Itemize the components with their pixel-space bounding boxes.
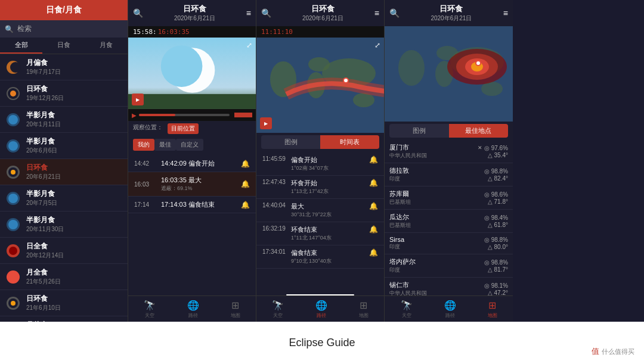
menu-icon[interactable]: ≡: [246, 8, 251, 18]
list-item[interactable]: 月偏食 19年7月17日: [0, 54, 128, 80]
coverage-icon: ✕: [478, 145, 482, 151]
nav-globe[interactable]: 🌐 路径: [315, 300, 327, 319]
search-icon[interactable]: 🔍: [389, 8, 400, 18]
eclipse-image: [128, 38, 256, 109]
alarm-icon[interactable]: 🔔: [369, 155, 378, 164]
city-name: 德拉敦: [389, 166, 484, 175]
play-button[interactable]: ▶: [132, 94, 144, 105]
nav-telescope[interactable]: 🔭 天空: [272, 300, 284, 319]
fullscreen-button-s3[interactable]: ⤢: [374, 41, 380, 49]
coverage-value: ◎ 98.8%: [484, 168, 508, 175]
alarm-icon[interactable]: 🔔: [241, 180, 250, 188]
nav-globe[interactable]: 🌐 路径: [444, 300, 456, 319]
alarm-icon[interactable]: 🔔: [241, 201, 250, 209]
tab-best[interactable]: 最佳: [154, 139, 176, 151]
eclipse-type-icon: [5, 111, 21, 128]
angle-value: △ 61.8°: [488, 222, 508, 228]
menu-icon[interactable]: ≡: [503, 8, 508, 18]
event-time: 11:45:59: [262, 155, 291, 162]
city-country: 巴基斯坦: [389, 198, 484, 206]
nav-grid[interactable]: ⊞ 地图: [488, 300, 497, 319]
city-name: Sirsa: [389, 236, 484, 243]
nav-label: 地图: [359, 312, 369, 319]
city-name: 苏库爾: [389, 189, 484, 198]
best-entry: Sirsa 印度 ◎ 98.8% △ 80.0°: [385, 233, 513, 254]
nav-telescope[interactable]: 🔭 天空: [401, 300, 413, 319]
search-placeholder: 检索: [17, 24, 32, 34]
alarm-icon[interactable]: 🔔: [241, 160, 250, 168]
best-city: Sirsa 印度: [389, 236, 484, 251]
path-icon: 🌐: [187, 300, 199, 311]
screen1-search[interactable]: 🔍 检索: [0, 20, 128, 38]
main-container: 日食/月食 🔍 检索 全部 日食 月食: [0, 0, 644, 364]
tab-legend-s4[interactable]: 图例: [389, 124, 449, 138]
eclipse-date: 20年7月5日: [26, 199, 57, 207]
screen4-date: 2020年6月21日: [403, 14, 500, 23]
city-country: 中华人民共和国: [389, 152, 478, 160]
menu-icon[interactable]: ≡: [374, 8, 379, 18]
best-entry: 厦门市 中华人民共和国 ✕ ◎ 97.6% △ 35.4°: [385, 140, 513, 163]
screen4-title: 日环食: [403, 4, 500, 14]
alarm-icon[interactable]: 🔔: [369, 202, 378, 210]
event-entry: 14:40:04 最大 30°31北 79°22东 🔔: [256, 199, 384, 222]
list-item[interactable]: 半影月食 20年1月11日: [0, 107, 128, 133]
event-entry: 17:34:01 偏食结束 9°10北 130°40东 🔔: [256, 245, 384, 269]
event-info: 偏食结束 9°10北 130°40东: [291, 248, 369, 265]
best-city: 塔内萨尔 印度: [389, 257, 484, 274]
list-item[interactable]: 日环食 20年6月21日: [0, 159, 128, 185]
event-info: 环食结束 1°11北 147°04东: [291, 225, 369, 242]
list-item[interactable]: 日全食 20年12月14日: [0, 238, 128, 264]
list-item[interactable]: 日环食 19年12月26日: [0, 80, 128, 107]
nav-label: 天空: [273, 312, 283, 319]
list-item[interactable]: 半影月食 20年11月30日: [0, 211, 128, 238]
fullscreen-button[interactable]: ⤢: [246, 41, 252, 49]
alarm-icon[interactable]: 🔔: [369, 248, 378, 257]
play-button-s3[interactable]: ▶: [260, 117, 272, 129]
eclipse-name: 月全食: [26, 267, 61, 278]
list-item[interactable]: 月全食 21年5月26日: [0, 264, 128, 290]
event-info: 偏食开始 1°02南 34°07东: [291, 155, 369, 172]
svg-point-54: [476, 61, 480, 65]
screen4: 🔍 日环食 2020年6月21日 ≡: [385, 0, 513, 322]
list-item[interactable]: 月偏食 21年11月19日: [0, 316, 128, 322]
nav-map[interactable]: ⊞ 地图: [231, 300, 240, 319]
nav-path[interactable]: 🌐 路径: [187, 300, 199, 319]
svg-point-15: [8, 194, 18, 203]
eclipse-info: 日环食 21年6月10日: [26, 294, 61, 312]
alarm-icon[interactable]: 🔔: [369, 179, 378, 187]
map-icon: ⊞: [231, 300, 239, 311]
list-item[interactable]: 日环食 21年6月10日: [0, 290, 128, 316]
stat-angle: △ 80.0°: [488, 244, 508, 250]
screens-row: 日食/月食 🔍 检索 全部 日食 月食: [0, 0, 644, 322]
list-item[interactable]: 半影月食 20年7月5日: [0, 185, 128, 211]
play-icon[interactable]: ▶: [132, 112, 137, 119]
tab-timetable[interactable]: 时间表: [320, 135, 379, 149]
alarm-icon[interactable]: 🔔: [369, 225, 378, 234]
best-city: 苏库爾 巴基斯坦: [389, 189, 484, 206]
progress-track[interactable]: [139, 114, 230, 116]
list-item[interactable]: 半影月食 20年6月6日: [0, 133, 128, 159]
event-list: 11:45:59 偏食开始 1°02南 34°07东 🔔 12:47:43 环食…: [256, 151, 384, 294]
search-icon[interactable]: 🔍: [133, 8, 143, 18]
tab-solar[interactable]: 日食: [42, 38, 85, 54]
tab-legend[interactable]: 图例: [261, 135, 320, 149]
eclipse-name: 半影月食: [26, 189, 57, 199]
best-list: 厦门市 中华人民共和国 ✕ ◎ 97.6% △ 35.4°: [385, 140, 513, 295]
nav-telescope[interactable]: 🔭 天空: [144, 300, 156, 319]
tab-all[interactable]: 全部: [0, 38, 42, 54]
stat-angle: △ 61.8°: [488, 222, 508, 228]
tab-custom[interactable]: 自定义: [176, 139, 203, 151]
nav-grid[interactable]: ⊞ 地图: [359, 300, 369, 319]
stat-coverage: ◎ 98.6%: [484, 191, 508, 198]
tab-mine[interactable]: 我的: [133, 139, 154, 151]
progress-label: [234, 113, 252, 117]
grid-icon: ⊞: [360, 300, 367, 311]
tab-lunar[interactable]: 月食: [85, 38, 128, 54]
progress-bar-area: ▶: [128, 109, 256, 121]
svg-point-24: [11, 301, 16, 306]
best-entry: 塔内萨尔 印度 ◎ 98.8% △ 81.7°: [385, 254, 513, 278]
location-value[interactable]: 目前位置: [168, 123, 199, 134]
best-stats: ◎ 98.1% △ 47.2°: [484, 282, 508, 296]
search-icon[interactable]: 🔍: [261, 8, 271, 18]
tab-best-locations[interactable]: 最佳地点: [449, 124, 509, 138]
